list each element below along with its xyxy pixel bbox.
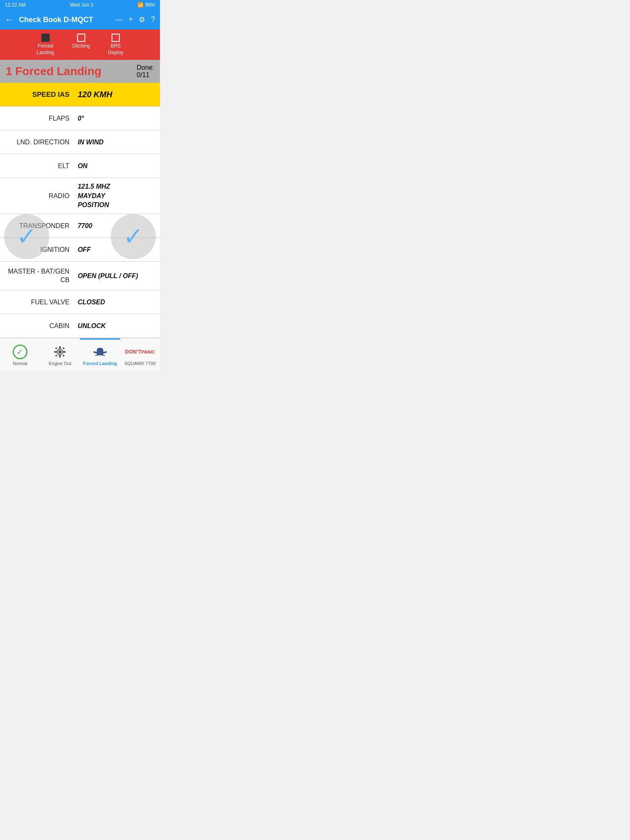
row-label-master: MASTER - BAT/GENCB [0,262,73,290]
row-label-fuel-valve: FUEL VALVE [0,290,73,314]
tab-forced-landing-label: ForcedLanding [37,43,54,56]
checklist: SPEED IAS 120 KMH FLAPS 0° LND. DIRECTIO… [0,83,160,338]
checklist-row-lnd-direction[interactable]: LND. DIRECTION IN WIND [0,130,160,154]
dont-panic-line2: PANIC [142,349,155,354]
emergency-tab-bar: ForcedLanding Ditching BRSDeploy [0,30,160,60]
row-value-elt: ON [73,154,160,178]
row-value-speed-ias: 120 KMH [73,83,160,106]
row-value-master: OPEN (PULL / OFF) [73,262,160,290]
nav-dont-panic-label: SQUAWK 7700 [124,361,155,366]
svg-rect-5 [55,347,57,350]
svg-rect-8 [62,355,65,357]
radio-freq: 121.5 MHZ [78,182,110,191]
svg-rect-2 [59,355,61,358]
nav-engine-out[interactable]: Engine Out [40,338,80,371]
row-value-ignition: OFF [73,238,160,261]
row-value-fuel-valve: CLOSED [73,290,160,314]
row-label-elt: ELT [0,154,73,178]
radio-position: POSITION [78,201,109,210]
tab-forced-landing[interactable]: ForcedLanding [27,32,63,57]
tab-ditching[interactable]: Ditching [63,32,99,57]
header-actions: — + ⚙ ? [115,15,155,24]
nav-normal-icon: ✓ [13,345,27,359]
minimize-icon[interactable]: — [115,15,123,24]
row-value-radio: 121.5 MHZ MAYDAY POSITION [73,178,160,214]
section-header: 1 Forced Landing Done: 0/11 [0,60,160,83]
checklist-row-transponder[interactable]: TRANSPONDER 7700 [0,214,160,238]
settings-icon[interactable]: ⚙ [139,15,145,24]
nav-normal[interactable]: ✓ Normal [0,338,40,371]
checklist-row-cabin[interactable]: CABIN UNLOCK [0,314,160,338]
section-done-count: 0/11 [137,71,149,78]
green-check-icon: ✓ [13,345,27,359]
app-header: ← Check Book D-MQCT — + ⚙ ? [0,10,160,30]
status-bar: 12:22 AM Wed Jun 3 📶 96% [0,0,160,10]
section-title: 1 Forced Landing [6,65,101,78]
tab-forced-landing-icon [41,34,50,42]
checklist-list: SPEED IAS 120 KMH FLAPS 0° LND. DIRECTIO… [0,83,160,338]
nav-dont-panic[interactable]: DON'T PANIC SQUAWK 7700 [120,338,160,371]
svg-rect-3 [54,351,57,353]
tab-brs-label: BRSDeploy [108,43,123,56]
checklist-row-radio[interactable]: RADIO 121.5 MHZ MAYDAY POSITION [0,178,160,214]
svg-rect-1 [59,346,61,349]
battery-level: 96% [145,2,155,8]
help-icon[interactable]: ? [151,15,155,24]
section-done-label: Done: [137,64,154,71]
nav-forced-landing-icon [93,345,107,359]
checklist-row-fuel-valve[interactable]: FUEL VALVE CLOSED [0,290,160,314]
row-label-flaps: FLAPS [0,107,73,130]
checklist-row-ignition[interactable]: IGNITION OFF [0,238,160,262]
tab-ditching-icon [77,34,85,42]
section-done-block: Done: 0/11 [137,64,154,79]
svg-rect-7 [55,355,57,357]
dont-panic-line1: DON'T [125,349,142,355]
row-label-transponder: TRANSPONDER [0,214,73,237]
bottom-nav: ✓ Normal Engine Out [0,338,160,371]
row-label-speed-ias: SPEED IAS [0,83,73,106]
checklist-row-speed-ias[interactable]: SPEED IAS 120 KMH [0,83,160,107]
row-value-flaps: 0° [73,107,160,130]
nav-forced-landing-label: Forced Landing [83,361,117,366]
checklist-row-master[interactable]: MASTER - BAT/GENCB OPEN (PULL / OFF) [0,262,160,290]
row-value-lnd-direction: IN WIND [73,130,160,154]
row-value-transponder: 7700 [73,214,160,237]
add-icon[interactable]: + [128,15,133,24]
wifi-icon: 📶 [137,2,144,8]
row-value-cabin: UNLOCK [73,314,160,338]
tab-brs-icon [112,34,120,42]
row-label-cabin: CABIN [0,314,73,338]
svg-rect-6 [62,347,65,350]
dont-panic-icon: DON'T PANIC [125,345,155,359]
back-button[interactable]: ← [5,14,14,25]
tab-ditching-label: Ditching [72,43,90,50]
radio-mayday: MAYDAY [78,192,105,201]
tab-brs-deploy[interactable]: BRSDeploy [99,32,132,57]
checklist-row-elt[interactable]: ELT ON [0,154,160,178]
engine-svg-icon [53,345,66,358]
svg-rect-4 [63,351,66,353]
status-time: 12:22 AM [5,2,26,8]
nav-engine-icon [53,345,66,359]
nav-normal-label: Normal [13,361,27,366]
row-label-ignition: IGNITION [0,238,73,261]
nav-engine-out-label: Engine Out [49,361,71,366]
app-title: Check Book D-MQCT [19,16,110,24]
checklist-row-flaps[interactable]: FLAPS 0° [0,107,160,130]
svg-point-0 [58,350,62,354]
airplane-svg-icon [93,346,107,358]
status-date: Wed Jun 3 [70,2,93,8]
row-label-radio: RADIO [0,178,73,214]
row-label-lnd-direction: LND. DIRECTION [0,130,73,154]
nav-forced-landing[interactable]: Forced Landing [80,338,120,371]
